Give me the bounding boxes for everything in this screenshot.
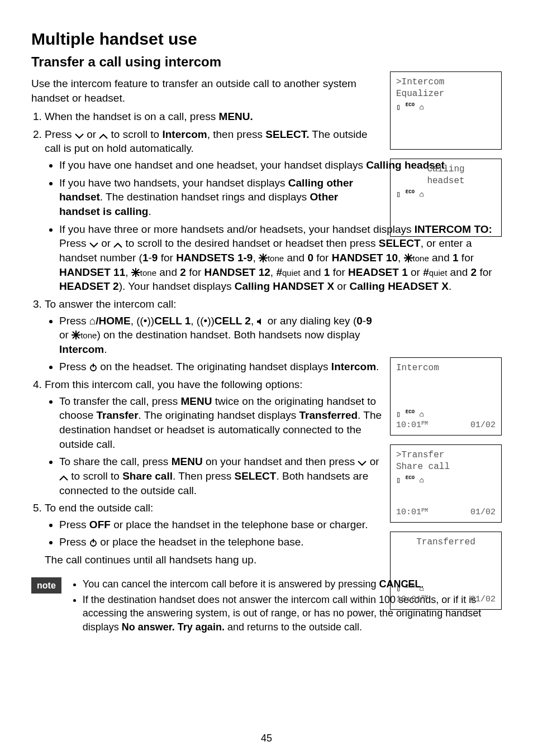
s4b2-g: . Then press — [173, 470, 235, 482]
star-icon — [259, 253, 268, 262]
tone-label-4: tone — [80, 331, 97, 340]
tone-label-2: tone — [413, 253, 429, 263]
home-small-icon: ⌂ — [419, 584, 423, 593]
s3b1-h: or any dialing key ( — [264, 315, 356, 327]
lcd3-date: 01/02 — [470, 420, 496, 431]
s2b3-ap: . — [449, 280, 451, 292]
comma-5: , — [131, 315, 137, 327]
home-icon: ⌂ — [89, 315, 96, 327]
step-2-pre: Press — [45, 128, 75, 140]
s5b2-b: or place the headset in the telephone ba… — [97, 536, 304, 548]
intercom-label-3: Intercom — [331, 361, 376, 372]
page-number: 45 — [0, 731, 533, 745]
s5b2-a: Press — [59, 536, 89, 548]
up-icon — [113, 242, 122, 248]
hash-icon: # — [276, 266, 282, 278]
s3b1-m: ) on the destination handset. Both hands… — [97, 329, 360, 341]
note-2c: and returns to the outside call. — [225, 621, 362, 633]
comma-6: , — [191, 315, 197, 327]
for-6: for — [477, 266, 492, 278]
handsets-1-9-label: HANDSETS 1-9 — [176, 252, 253, 264]
step-3-bullet-1: Press ⌂/HOME, ((•))CELL 1, ((•))CELL 2, … — [59, 314, 383, 357]
calling-handset-x-label: Calling HANDSET X — [235, 280, 334, 292]
intercom-label: Intercom — [162, 128, 207, 140]
step-3-bullet-2: Press on the headset. The originating ha… — [59, 360, 383, 374]
up-icon — [59, 475, 68, 481]
up-icon — [99, 133, 108, 139]
step-2-bullet-2: If you have two handsets, your handset d… — [59, 176, 380, 219]
cell-2-label: CELL 2 — [215, 315, 251, 327]
s4b2-c: on your handset and then press — [203, 456, 358, 467]
home-label: /HOME — [96, 315, 130, 327]
star-icon — [131, 268, 140, 277]
s3b1-a: Press — [59, 315, 89, 327]
menu-label: MENU. — [219, 111, 253, 122]
step-4-bullet-2: To share the call, press MENU on your ha… — [59, 454, 383, 497]
lcd1-line1: >Intercom — [396, 76, 496, 88]
num-2b: 2 — [471, 266, 477, 278]
num-0: 0 — [307, 252, 313, 264]
down-icon — [358, 461, 367, 466]
lcd4-line2: Share call — [396, 461, 496, 473]
intro-text: Use the intercom feature to transfer an … — [31, 76, 372, 105]
star-icon — [404, 253, 413, 262]
lcd-transfer-menu: >Transfer Share call ▯ ECO ⌂ 10:01PM01/0… — [390, 444, 502, 523]
eco-icon: ECO — [406, 102, 415, 108]
tone-label-3: tone — [140, 268, 156, 277]
battery-icon: ▯ — [396, 584, 401, 593]
s3b2-b: on the headset. The originating handset … — [97, 361, 331, 372]
s3b1-o: . — [104, 343, 107, 355]
s2b2-a: If you have two handsets, your handset d… — [59, 177, 288, 189]
s2b2-e: . — [148, 205, 151, 217]
and-3: and — [156, 266, 180, 278]
eco-icon: ECO — [406, 583, 415, 589]
s2b1-a: If you have one handset and one headset,… — [59, 159, 366, 171]
hash-icon: # — [423, 266, 429, 278]
lcd1-line2: Equalizer — [396, 88, 496, 100]
lcd5-date: 01/02 — [470, 594, 496, 605]
lcd5-ampm: PM — [421, 595, 428, 601]
intercom-label-2: Intercom — [59, 343, 104, 355]
lcd3-time: 10:01 — [396, 420, 421, 430]
num-9: 9 — [152, 252, 158, 264]
down-icon — [75, 133, 84, 139]
s4b1-a: To transfer the call, press — [59, 395, 181, 407]
down-icon — [89, 242, 98, 248]
home-small-icon: ⌂ — [419, 190, 423, 199]
step-2-or: or — [84, 128, 99, 140]
speaker-icon — [256, 318, 264, 326]
and-2: and — [429, 252, 453, 264]
step-3-pre: To answer the intercom call: — [45, 297, 380, 312]
s2b3-c: Press — [59, 237, 89, 249]
num-0b: 0 — [356, 315, 363, 327]
star-icon — [72, 331, 80, 339]
eco-icon: ECO — [406, 475, 415, 481]
num-1: 1 — [142, 252, 149, 264]
and-1: and — [284, 252, 307, 264]
lcd-intercom-menu: >Intercom Equalizer ▯ ECO ⌂ — [390, 71, 502, 150]
battery-icon: ▯ — [396, 103, 401, 112]
num-1c: 1 — [324, 266, 330, 278]
headset-2-label: HEADSET 2 — [59, 280, 119, 292]
calling-headset-x-label: Calling HEADSET X — [350, 280, 449, 292]
step-4-pre: From this intercom call, you have the fo… — [45, 377, 380, 392]
lcd-intercom-active: Intercom ▯ ECO ⌂ 10:01PM01/02 — [390, 357, 502, 436]
for-1: for — [158, 252, 176, 264]
eco-icon: ECO — [406, 409, 415, 415]
lcd2-line2: headset — [396, 175, 496, 187]
or-2: or — [334, 280, 349, 292]
battery-icon: ▯ — [396, 190, 401, 199]
select-label-3: SELECT — [234, 470, 276, 482]
cell-1-label: CELL 1 — [154, 315, 191, 327]
s2b3-al: ). Your handset displays — [119, 280, 235, 292]
comma-3: , — [125, 266, 131, 278]
quiet-label-2: quiet — [429, 268, 448, 277]
bluetooth-icon: ((•)) — [197, 315, 215, 327]
step-5-bullet-2: Press or place the headset in the teleph… — [59, 535, 383, 549]
lcd3-line1: Intercom — [396, 362, 496, 374]
section-title: Transfer a call using intercom — [31, 53, 502, 71]
menu-label-3: MENU — [172, 456, 203, 467]
s3b2-a: Press — [59, 361, 89, 372]
s2b3-d: or — [98, 237, 113, 249]
handset-12-label: HANDSET 12 — [204, 266, 270, 278]
